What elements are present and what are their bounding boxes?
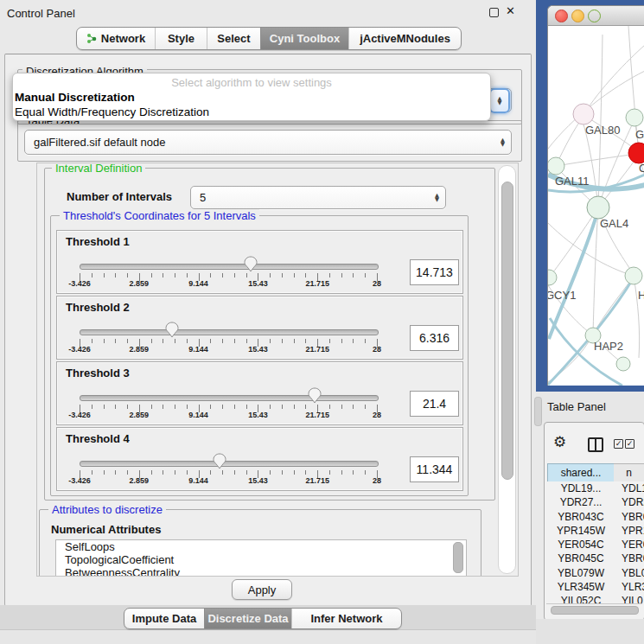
tab-impute-data-label: Impute Data bbox=[132, 612, 196, 625]
top-tab-bar: Network Style Select Cyni Toolbox jActiv… bbox=[76, 27, 462, 50]
threshold-value-field[interactable]: 21.4 bbox=[410, 391, 459, 417]
popup-hint: Select algorithm to view settings bbox=[13, 76, 490, 89]
table-row[interactable]: YBR043CYBR0 bbox=[547, 510, 644, 524]
tab-style[interactable]: Style bbox=[155, 28, 207, 49]
table-data-combobox[interactable]: galFiltered.sif default node ▲▼ bbox=[24, 130, 512, 155]
threshold-slider-track[interactable] bbox=[80, 395, 379, 401]
split-columns-icon[interactable] bbox=[588, 437, 603, 452]
viewport-scrollbar-thumb[interactable] bbox=[501, 182, 513, 480]
table-hscrollbar-thumb[interactable] bbox=[551, 606, 639, 615]
threshold-panel: Threshold 4 -3.4262.8599.14415.4321.7152… bbox=[56, 427, 463, 491]
attributes-groupbox: Attributes to discretize Numerical Attri… bbox=[39, 509, 481, 577]
slider-tick-labels: -3.4262.8599.14415.4321.71528 bbox=[80, 476, 377, 487]
threshold-label: Threshold 2 bbox=[66, 301, 130, 314]
network-node[interactable] bbox=[548, 270, 557, 285]
table-row[interactable]: YBR045CYBR0 bbox=[547, 552, 644, 565]
network-node[interactable] bbox=[573, 104, 594, 124]
tab-jactivemnodules[interactable]: jActiveMNodules bbox=[348, 28, 461, 49]
table-row[interactable]: YDL19...YDL1 bbox=[547, 481, 644, 495]
close-traffic-light[interactable] bbox=[555, 10, 568, 22]
node-label: GAL11 bbox=[555, 175, 590, 188]
apply-button[interactable]: Apply bbox=[232, 579, 292, 600]
panel-divider-handle[interactable] bbox=[534, 397, 542, 426]
table-row[interactable]: YPR145WYPR1 bbox=[547, 524, 644, 538]
attributes-group-title: Attributes to discretize bbox=[48, 503, 166, 516]
tab-cyni-toolbox-label: Cyni Toolbox bbox=[270, 32, 340, 45]
table-row[interactable]: YBL079WYBL0 bbox=[547, 566, 644, 580]
threshold-slider-thumb[interactable] bbox=[213, 453, 226, 469]
table-panel-title: Table Panel bbox=[547, 400, 606, 413]
column-header-name[interactable]: n bbox=[614, 463, 644, 482]
network-window-titlebar[interactable] bbox=[548, 6, 644, 26]
number-of-intervals-combobox[interactable]: 5 ▲▼ bbox=[190, 186, 446, 209]
number-of-intervals-value: 5 bbox=[191, 191, 206, 204]
threshold-slider-thumb[interactable] bbox=[308, 387, 322, 404]
slider-tick-labels: -3.4262.8599.14415.4321.71528 bbox=[80, 411, 377, 421]
threshold-value-field[interactable]: 14.713 bbox=[410, 259, 459, 285]
table-panel: ⚙ ✓ ✓ shared... n YDL19...YDL1YDR27...YD… bbox=[544, 422, 644, 621]
minimize-traffic-light[interactable] bbox=[571, 10, 584, 22]
close-icon[interactable]: ✕ bbox=[506, 4, 515, 17]
tab-select[interactable]: Select bbox=[207, 28, 260, 49]
numerical-attributes-label: Numerical Attributes bbox=[51, 523, 161, 536]
viewport-scrollbar-track[interactable] bbox=[498, 165, 516, 574]
threshold-slider-track[interactable] bbox=[80, 264, 379, 270]
table-hscrollbar-track[interactable] bbox=[546, 603, 642, 615]
table-row[interactable]: YER054CYER0 bbox=[547, 538, 644, 552]
node-label: H bbox=[638, 289, 644, 302]
threshold-slider-track[interactable] bbox=[80, 461, 379, 467]
table-panel-header: Table Panel bbox=[536, 392, 644, 422]
table-row[interactable]: YDR27...YDR2 bbox=[547, 495, 644, 509]
threshold-panel: Threshold 2 -3.4262.8599.14415.4321.7152… bbox=[56, 296, 463, 360]
network-node[interactable] bbox=[625, 267, 642, 284]
float-window-icon[interactable] bbox=[489, 8, 499, 17]
threshold-slider-track[interactable] bbox=[80, 329, 379, 335]
network-node[interactable] bbox=[548, 157, 564, 175]
node-label: GAL80 bbox=[585, 124, 620, 137]
apply-button-label: Apply bbox=[248, 583, 277, 596]
gear-icon[interactable]: ⚙ bbox=[553, 433, 566, 450]
network-canvas[interactable]: GAL80GACGAL11GAL4GCY1HHAP2 bbox=[548, 26, 644, 386]
numeric-attribute-item[interactable]: BetweennessCentrality bbox=[56, 566, 466, 577]
node-label: C bbox=[639, 162, 644, 175]
thresholds-group-title: Threshold's Coordinates for 5 Intervals bbox=[60, 209, 259, 222]
tab-network-label: Network bbox=[101, 32, 145, 45]
numeric-attribute-item[interactable]: TopologicalCoefficient bbox=[56, 553, 466, 566]
tab-cyni-toolbox[interactable]: Cyni Toolbox bbox=[260, 28, 348, 49]
thresholds-groupbox: Threshold's Coordinates for 5 Intervals … bbox=[50, 215, 469, 496]
list-scrollbar-thumb[interactable] bbox=[453, 542, 463, 573]
tab-discretize-data[interactable]: Discretize Data bbox=[204, 609, 291, 628]
column-header-shared[interactable]: shared... bbox=[547, 463, 615, 482]
threshold-value-field[interactable]: 6.316 bbox=[410, 325, 459, 351]
interval-definition-title: Interval Definition bbox=[52, 163, 145, 175]
popup-option-equal-width-frequency[interactable]: Equal Width/Frequency Discretization bbox=[15, 105, 209, 118]
bottom-tab-bar: Impute Data Discretize Data Infer Networ… bbox=[124, 608, 402, 629]
network-node[interactable] bbox=[626, 109, 643, 126]
network-node[interactable] bbox=[587, 196, 609, 219]
threshold-panel: Threshold 1 -3.4262.8599.14415.4321.7152… bbox=[56, 230, 463, 294]
number-of-intervals-label: Number of Intervals bbox=[67, 190, 172, 203]
algorithm-combobox-stepper[interactable]: ▲▼ bbox=[489, 88, 510, 113]
threshold-value-field[interactable]: 11.344 bbox=[410, 456, 459, 482]
checkbox-icon[interactable]: ✓ bbox=[614, 439, 623, 449]
threshold-slider-thumb[interactable] bbox=[244, 256, 258, 272]
table-row[interactable]: YIL052CYIL0 bbox=[547, 594, 644, 603]
bottom-strip bbox=[0, 629, 536, 644]
settings-scroll-viewport: Interval Definition Number of Intervals … bbox=[36, 163, 519, 577]
tab-network[interactable]: Network bbox=[77, 28, 155, 49]
network-node[interactable] bbox=[616, 357, 630, 371]
table-row[interactable]: YLR345WYLR3 bbox=[547, 580, 644, 594]
threshold-slider-thumb[interactable] bbox=[165, 322, 179, 338]
table-data-value: galFiltered.sif default node bbox=[25, 136, 165, 149]
popup-option-manual-discretization[interactable]: Manual Discretization bbox=[15, 91, 135, 104]
zoom-traffic-light[interactable] bbox=[588, 10, 601, 22]
numerical-attributes-list[interactable]: SelfLoopsTopologicalCoefficientBetweenne… bbox=[55, 539, 467, 577]
checkbox-icon[interactable]: ✓ bbox=[625, 439, 634, 449]
numeric-attribute-item[interactable]: SelfLoops bbox=[56, 540, 466, 553]
tab-jactivemnodules-label: jActiveMNodules bbox=[360, 32, 450, 45]
slider-tick-labels: -3.4262.8599.14415.4321.71528 bbox=[80, 345, 377, 355]
tab-impute-data[interactable]: Impute Data bbox=[124, 609, 204, 628]
network-view-window[interactable]: GAL80GACGAL11GAL4GCY1HHAP2 bbox=[547, 5, 644, 386]
app-root: Control Panel ✕ Network Style Select Cyn… bbox=[0, 0, 644, 644]
tab-infer-network[interactable]: Infer Network bbox=[291, 609, 401, 628]
